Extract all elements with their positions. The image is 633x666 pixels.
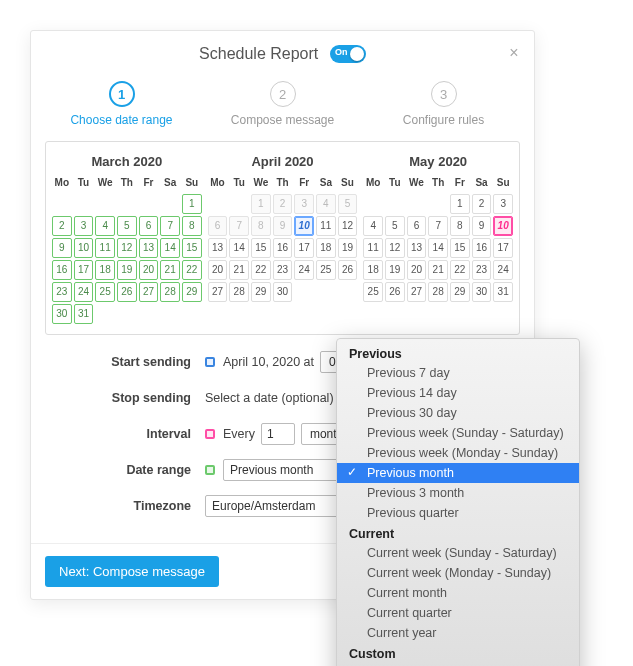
- calendar-day[interactable]: 4: [363, 216, 383, 236]
- calendar-day[interactable]: 1: [251, 194, 271, 214]
- calendar-day[interactable]: 31: [493, 282, 513, 302]
- calendar-day[interactable]: 13: [407, 238, 427, 258]
- calendar-day[interactable]: 11: [316, 216, 336, 236]
- calendar-day[interactable]: 13: [208, 238, 228, 258]
- calendar-day[interactable]: 31: [74, 304, 94, 324]
- calendar-day[interactable]: 18: [316, 238, 336, 258]
- calendar-day[interactable]: 15: [182, 238, 202, 258]
- schedule-toggle[interactable]: On: [330, 45, 366, 63]
- dropdown-item[interactable]: Current month: [337, 583, 579, 603]
- step-2[interactable]: 2Compose message: [202, 81, 363, 127]
- calendar-day[interactable]: 7: [160, 216, 180, 236]
- calendar-day[interactable]: 29: [182, 282, 202, 302]
- calendar-day[interactable]: 29: [251, 282, 271, 302]
- calendar-day[interactable]: 9: [52, 238, 72, 258]
- calendar-day[interactable]: 19: [385, 260, 405, 280]
- step-1[interactable]: 1Choose date range: [41, 81, 202, 127]
- calendar-day[interactable]: 18: [363, 260, 383, 280]
- calendar-day[interactable]: 9: [472, 216, 492, 236]
- calendar-day[interactable]: 12: [117, 238, 137, 258]
- dropdown-item[interactable]: Previous 14 day: [337, 383, 579, 403]
- calendar-day[interactable]: 6: [407, 216, 427, 236]
- calendar-day[interactable]: 30: [52, 304, 72, 324]
- calendar-day[interactable]: 2: [472, 194, 492, 214]
- calendar-day[interactable]: 22: [182, 260, 202, 280]
- calendar-day[interactable]: 24: [294, 260, 314, 280]
- calendar-day[interactable]: 27: [407, 282, 427, 302]
- calendar-day[interactable]: 14: [229, 238, 249, 258]
- calendar-day[interactable]: 19: [338, 238, 358, 258]
- calendar-day[interactable]: 30: [472, 282, 492, 302]
- calendar-day[interactable]: 18: [95, 260, 115, 280]
- calendar-day[interactable]: 17: [74, 260, 94, 280]
- dropdown-item[interactable]: Current quarter: [337, 603, 579, 623]
- dropdown-item[interactable]: ✓Previous month: [337, 463, 579, 483]
- calendar-day[interactable]: 1: [182, 194, 202, 214]
- calendar-day[interactable]: 27: [208, 282, 228, 302]
- calendar-day[interactable]: 24: [74, 282, 94, 302]
- calendar-day[interactable]: 28: [229, 282, 249, 302]
- calendar-day[interactable]: 25: [95, 282, 115, 302]
- interval-qty-input[interactable]: [261, 423, 295, 445]
- calendar-day[interactable]: 16: [472, 238, 492, 258]
- dropdown-item[interactable]: Previous week (Monday - Sunday): [337, 443, 579, 463]
- calendar-day[interactable]: 7: [428, 216, 448, 236]
- calendar-day[interactable]: 28: [160, 282, 180, 302]
- dropdown-item[interactable]: Current year: [337, 623, 579, 643]
- calendar-day[interactable]: 21: [229, 260, 249, 280]
- calendar-day[interactable]: 3: [493, 194, 513, 214]
- calendar-day[interactable]: 26: [385, 282, 405, 302]
- dropdown-item[interactable]: Previous 3 month: [337, 483, 579, 503]
- calendar-day[interactable]: 22: [450, 260, 470, 280]
- calendar-day[interactable]: 25: [316, 260, 336, 280]
- calendar-day[interactable]: 5: [338, 194, 358, 214]
- calendar-day[interactable]: 8: [251, 216, 271, 236]
- calendar-day[interactable]: 3: [74, 216, 94, 236]
- calendar-day[interactable]: 6: [139, 216, 159, 236]
- calendar-day[interactable]: 5: [117, 216, 137, 236]
- date-range-dropdown[interactable]: PreviousPrevious 7 dayPrevious 14 dayPre…: [336, 338, 580, 666]
- calendar-day[interactable]: 10: [294, 216, 314, 236]
- calendar-day[interactable]: 10: [74, 238, 94, 258]
- calendar-day[interactable]: 1: [450, 194, 470, 214]
- calendar-day[interactable]: 24: [493, 260, 513, 280]
- dropdown-item[interactable]: Previous 7 day: [337, 363, 579, 383]
- calendar-day[interactable]: 5: [385, 216, 405, 236]
- calendar-day[interactable]: 6: [208, 216, 228, 236]
- dropdown-item[interactable]: Current week (Monday - Sunday): [337, 563, 579, 583]
- calendar-day[interactable]: 28: [428, 282, 448, 302]
- next-button[interactable]: Next: Compose message: [45, 556, 219, 587]
- calendar-day[interactable]: 19: [117, 260, 137, 280]
- calendar-day[interactable]: 14: [160, 238, 180, 258]
- calendar-day[interactable]: 4: [316, 194, 336, 214]
- calendar-day[interactable]: 11: [363, 238, 383, 258]
- calendar-day[interactable]: 23: [273, 260, 293, 280]
- calendar-day[interactable]: 20: [139, 260, 159, 280]
- calendar-day[interactable]: 27: [139, 282, 159, 302]
- calendar-day[interactable]: 12: [338, 216, 358, 236]
- dropdown-item[interactable]: Previous 30 day: [337, 403, 579, 423]
- dropdown-item[interactable]: Previous week (Sunday - Saturday): [337, 423, 579, 443]
- stop-sending-value[interactable]: Select a date (optional): [205, 391, 334, 405]
- dropdown-item[interactable]: Current week (Sunday - Saturday): [337, 543, 579, 563]
- close-icon[interactable]: ×: [504, 43, 524, 63]
- calendar-day[interactable]: 2: [273, 194, 293, 214]
- step-3[interactable]: 3Configure rules: [363, 81, 524, 127]
- calendar-day[interactable]: 20: [208, 260, 228, 280]
- calendar-day[interactable]: 20: [407, 260, 427, 280]
- calendar-day[interactable]: 2: [52, 216, 72, 236]
- calendar-day[interactable]: 26: [338, 260, 358, 280]
- calendar-day[interactable]: 14: [428, 238, 448, 258]
- calendar-day[interactable]: 16: [273, 238, 293, 258]
- calendar-day[interactable]: 12: [385, 238, 405, 258]
- calendar-day[interactable]: 7: [229, 216, 249, 236]
- calendar-day[interactable]: 16: [52, 260, 72, 280]
- calendar-day[interactable]: 21: [160, 260, 180, 280]
- calendar-day[interactable]: 4: [95, 216, 115, 236]
- calendar-day[interactable]: 17: [294, 238, 314, 258]
- calendar-day[interactable]: 26: [117, 282, 137, 302]
- calendar-day[interactable]: 13: [139, 238, 159, 258]
- calendar-day[interactable]: 9: [273, 216, 293, 236]
- calendar-day[interactable]: 23: [472, 260, 492, 280]
- calendar-day[interactable]: 15: [251, 238, 271, 258]
